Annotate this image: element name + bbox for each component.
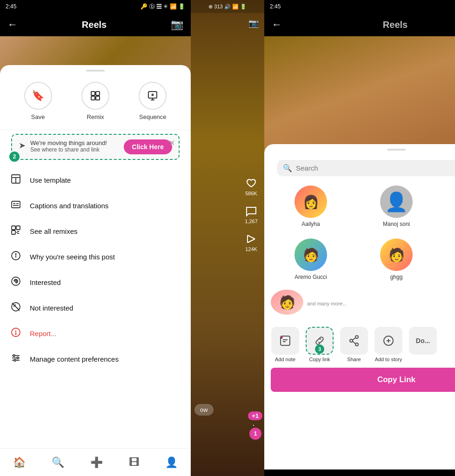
contact-ghgg[interactable]: 🧑 ghgg — [355, 234, 438, 285]
contacts-partial-row: 🧑 and many more... — [264, 285, 455, 322]
save-button[interactable]: 🔖 Save — [24, 82, 52, 120]
more-share-action[interactable]: Do... — [407, 327, 439, 362]
share-label: Share — [347, 357, 361, 362]
mid-status: ⊕ 313 🔊 📶 🔋 — [191, 0, 264, 13]
mid-nav: 📷 — [191, 13, 264, 33]
remixes-icon — [9, 225, 22, 238]
see-all-remixes-label: See all remixes — [30, 227, 78, 235]
comment-button-mid[interactable]: 1,267 — [245, 205, 258, 224]
promo-text-line2: See where to share and link — [30, 146, 119, 153]
contact-manoj[interactable]: 👤 Manoj soni — [355, 181, 438, 232]
nav-search[interactable]: 🔍 — [52, 456, 64, 469]
bottom-nav: 🏠 🔍 ➕ 🎞 👤 — [0, 448, 191, 476]
action-icons-row: 🔖 Save Remix — [0, 74, 191, 130]
contact-aailyha[interactable]: 👩 Aailyha — [269, 181, 353, 232]
remix-button[interactable]: Remix — [81, 82, 109, 120]
search-input[interactable] — [296, 164, 455, 172]
nav-home[interactable]: 🏠 — [13, 456, 26, 469]
search-icon: 🔍 — [283, 164, 292, 172]
promo-text-line1: We're moving things around! — [30, 139, 119, 146]
add-to-story-label: Add to story — [375, 357, 402, 362]
menu-item-captions[interactable]: Captions and translations — [0, 193, 191, 218]
nav-reels[interactable]: 🎞 — [129, 456, 139, 469]
step-badge-3-badge: 3 — [315, 344, 324, 354]
sequence-icon — [139, 82, 167, 110]
report-icon — [9, 327, 22, 340]
left-panel: 2:45 🔑 ⓑ ☰ ✳ 📶 🔋 ← Reels 📷 🔖 Save — [0, 0, 191, 476]
menu-item-manage-prefs[interactable]: Manage content preferences — [0, 346, 191, 372]
svg-point-42 — [350, 339, 353, 342]
template-icon — [9, 174, 22, 186]
back-icon-left[interactable]: ← — [7, 19, 18, 31]
camera-icon-left[interactable]: 📷 — [171, 19, 183, 31]
step-badge-2: 2 — [9, 152, 20, 162]
contact-aremo[interactable]: 🧑 Aremo Gucci — [269, 234, 353, 285]
status-bar-right: 2:45 🔑 🔊 ✳ 📶 🔋 — [264, 0, 455, 13]
page-title-right: Reels — [383, 20, 408, 30]
share-actions-row: + Add note Copy link 3 — [264, 322, 455, 364]
nav-create[interactable]: ➕ — [90, 456, 103, 469]
copy-link-label: Copy link — [309, 357, 330, 362]
contact-kkyalay[interactable]: 👦 KKyalay — [440, 181, 455, 232]
interested-label: Interested — [30, 278, 61, 286]
captions-label: Captions and translations — [30, 202, 108, 210]
how-button[interactable]: ow — [194, 404, 214, 416]
menu-item-not-interested[interactable]: Not interested — [0, 295, 191, 321]
reel-actions-mid: 586K 1,267 124K — [245, 177, 258, 252]
share-button-mid[interactable]: 124K — [245, 232, 258, 252]
svg-point-20 — [15, 254, 16, 255]
copy-link-action[interactable]: Copy link 3 — [303, 327, 336, 362]
copy-link-button[interactable]: Copy Link — [271, 368, 455, 392]
contact-name-ghgg: ghgg — [390, 274, 403, 280]
promo-click-here-button[interactable]: Click Here — [124, 139, 172, 154]
remix-icon — [81, 82, 109, 110]
menu-item-report[interactable]: Report... — [0, 321, 191, 346]
remix-label: Remix — [87, 113, 104, 120]
svg-text:+: + — [281, 336, 282, 339]
contact-kaijama[interactable]: 🧒 kaijama2022 — [440, 234, 455, 285]
save-label: Save — [31, 113, 45, 120]
sequence-label: Sequence — [139, 113, 167, 120]
svg-line-33 — [248, 235, 255, 239]
menu-item-interested[interactable]: Interested — [0, 270, 191, 295]
promo-close-button[interactable]: ✕ — [169, 139, 175, 147]
promo-text: We're moving things around! See where to… — [30, 139, 119, 153]
mid-camera-icon[interactable]: 📷 — [248, 18, 259, 28]
contact-avatar-aailyha: 👩 — [294, 185, 327, 218]
svg-line-34 — [248, 239, 255, 243]
middle-reel-strip: ⊕ 313 🔊 📶 🔋 📷 586K 1,267 124K ow — [191, 0, 264, 476]
time-left: 2:45 — [6, 3, 16, 10]
svg-rect-15 — [12, 226, 15, 230]
share-action[interactable]: Share — [338, 327, 370, 362]
promo-icon: ➤ — [19, 140, 26, 151]
svg-point-21 — [12, 277, 20, 285]
contact-name-aremo: Aremo Gucci — [294, 274, 327, 280]
menu-item-why-seeing[interactable]: Why you're seeing this post — [0, 244, 191, 270]
svg-point-26 — [15, 334, 16, 335]
contact-partial-1[interactable]: 🧑 — [269, 285, 305, 322]
svg-point-43 — [355, 343, 358, 346]
sequence-button[interactable]: Sequence — [139, 82, 167, 120]
menu-item-use-template[interactable]: Use template — [0, 167, 191, 193]
add-to-story-action[interactable]: Add to story — [372, 327, 405, 362]
status-bar-left: 2:45 🔑 ⓑ ☰ ✳ 📶 🔋 — [0, 0, 191, 13]
add-note-action[interactable]: + Add note — [269, 327, 301, 362]
svg-line-44 — [353, 337, 355, 340]
contact-name-manoj: Manoj soni — [383, 221, 410, 227]
not-interested-icon — [9, 302, 22, 314]
bottom-sheet-left: 🔖 Save Remix — [0, 65, 191, 465]
svg-rect-1 — [96, 92, 100, 95]
menu-item-remixes[interactable]: See all remixes — [0, 218, 191, 244]
back-icon-right[interactable]: ← — [272, 19, 282, 31]
sheet-handle — [86, 70, 105, 72]
top-nav-left: ← Reels 📷 — [0, 13, 191, 36]
svg-rect-16 — [16, 226, 20, 230]
contact-name-aailyha: Aailyha — [301, 221, 320, 227]
svg-point-22 — [15, 280, 17, 282]
svg-point-32 — [14, 359, 16, 361]
captions-icon — [9, 199, 22, 212]
nav-profile[interactable]: 👤 — [165, 456, 178, 469]
contact-avatar-aremo: 🧑 — [294, 238, 327, 271]
more-share-icon: Do... — [409, 327, 437, 355]
heart-button-mid[interactable]: 586K — [245, 177, 258, 196]
